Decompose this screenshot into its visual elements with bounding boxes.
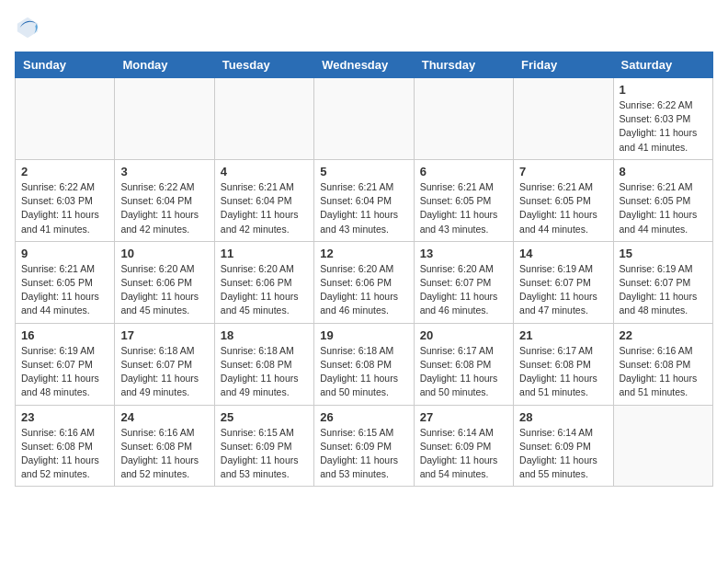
logo bbox=[15, 15, 44, 40]
calendar-cell: 22Sunrise: 6:16 AM Sunset: 6:08 PM Dayli… bbox=[613, 323, 712, 405]
weekday-header-row: SundayMondayTuesdayWednesdayThursdayFrid… bbox=[16, 52, 713, 78]
day-number: 7 bbox=[519, 165, 607, 178]
calendar-cell: 14Sunrise: 6:19 AM Sunset: 6:07 PM Dayli… bbox=[514, 241, 613, 323]
day-info: Sunrise: 6:15 AM Sunset: 6:09 PM Dayligh… bbox=[221, 426, 308, 482]
calendar-cell: 28Sunrise: 6:14 AM Sunset: 6:09 PM Dayli… bbox=[514, 405, 613, 487]
calendar-cell: 5Sunrise: 6:21 AM Sunset: 6:04 PM Daylig… bbox=[314, 159, 414, 241]
calendar-cell bbox=[414, 78, 513, 160]
calendar-cell: 24Sunrise: 6:16 AM Sunset: 6:08 PM Dayli… bbox=[115, 405, 214, 487]
day-number: 14 bbox=[519, 247, 607, 260]
day-info: Sunrise: 6:20 AM Sunset: 6:06 PM Dayligh… bbox=[120, 262, 208, 318]
day-number: 12 bbox=[320, 247, 407, 260]
weekday-header-sunday: Sunday bbox=[16, 52, 115, 78]
calendar-cell: 2Sunrise: 6:22 AM Sunset: 6:03 PM Daylig… bbox=[16, 159, 115, 241]
day-info: Sunrise: 6:19 AM Sunset: 6:07 PM Dayligh… bbox=[21, 344, 108, 400]
day-number: 15 bbox=[620, 247, 707, 260]
calendar-week-row: 16Sunrise: 6:19 AM Sunset: 6:07 PM Dayli… bbox=[16, 323, 713, 405]
day-info: Sunrise: 6:21 AM Sunset: 6:04 PM Dayligh… bbox=[221, 180, 308, 236]
svg-marker-0 bbox=[17, 17, 38, 38]
calendar-cell: 6Sunrise: 6:21 AM Sunset: 6:05 PM Daylig… bbox=[414, 159, 513, 241]
calendar-cell: 16Sunrise: 6:19 AM Sunset: 6:07 PM Dayli… bbox=[16, 323, 115, 405]
calendar-week-row: 2Sunrise: 6:22 AM Sunset: 6:03 PM Daylig… bbox=[16, 159, 713, 241]
day-info: Sunrise: 6:20 AM Sunset: 6:06 PM Dayligh… bbox=[320, 262, 407, 318]
day-info: Sunrise: 6:19 AM Sunset: 6:07 PM Dayligh… bbox=[519, 262, 607, 318]
day-number: 27 bbox=[420, 410, 507, 424]
weekday-header-friday: Friday bbox=[514, 52, 613, 78]
weekday-header-thursday: Thursday bbox=[414, 52, 513, 78]
day-info: Sunrise: 6:19 AM Sunset: 6:07 PM Dayligh… bbox=[620, 262, 707, 318]
calendar-week-row: 9Sunrise: 6:21 AM Sunset: 6:05 PM Daylig… bbox=[16, 241, 713, 323]
calendar-cell: 10Sunrise: 6:20 AM Sunset: 6:06 PM Dayli… bbox=[115, 241, 214, 323]
day-info: Sunrise: 6:18 AM Sunset: 6:07 PM Dayligh… bbox=[120, 344, 208, 400]
calendar-cell: 3Sunrise: 6:22 AM Sunset: 6:04 PM Daylig… bbox=[115, 159, 214, 241]
calendar-cell bbox=[613, 405, 712, 487]
calendar-week-row: 23Sunrise: 6:16 AM Sunset: 6:08 PM Dayli… bbox=[16, 405, 713, 487]
day-number: 5 bbox=[320, 165, 407, 178]
day-number: 9 bbox=[21, 247, 108, 260]
day-number: 28 bbox=[519, 410, 607, 424]
day-info: Sunrise: 6:20 AM Sunset: 6:06 PM Dayligh… bbox=[221, 262, 308, 318]
calendar-cell: 26Sunrise: 6:15 AM Sunset: 6:09 PM Dayli… bbox=[314, 405, 414, 487]
day-info: Sunrise: 6:17 AM Sunset: 6:08 PM Dayligh… bbox=[420, 344, 507, 400]
day-number: 26 bbox=[320, 410, 407, 424]
day-number: 19 bbox=[320, 328, 407, 342]
calendar-cell: 12Sunrise: 6:20 AM Sunset: 6:06 PM Dayli… bbox=[314, 241, 414, 323]
calendar-cell: 25Sunrise: 6:15 AM Sunset: 6:09 PM Dayli… bbox=[214, 405, 313, 487]
day-number: 17 bbox=[120, 328, 208, 342]
day-number: 11 bbox=[221, 247, 308, 260]
calendar-cell: 19Sunrise: 6:18 AM Sunset: 6:08 PM Dayli… bbox=[314, 323, 414, 405]
day-number: 24 bbox=[120, 410, 208, 424]
weekday-header-monday: Monday bbox=[115, 52, 214, 78]
day-number: 18 bbox=[221, 328, 308, 342]
calendar-cell: 21Sunrise: 6:17 AM Sunset: 6:08 PM Dayli… bbox=[514, 323, 613, 405]
day-info: Sunrise: 6:16 AM Sunset: 6:08 PM Dayligh… bbox=[620, 344, 707, 400]
calendar-cell: 8Sunrise: 6:21 AM Sunset: 6:05 PM Daylig… bbox=[613, 159, 712, 241]
day-number: 8 bbox=[620, 165, 707, 178]
day-number: 23 bbox=[21, 410, 108, 424]
day-info: Sunrise: 6:16 AM Sunset: 6:08 PM Dayligh… bbox=[21, 426, 108, 482]
day-number: 2 bbox=[21, 165, 108, 178]
calendar-cell: 27Sunrise: 6:14 AM Sunset: 6:09 PM Dayli… bbox=[414, 405, 513, 487]
calendar-cell: 15Sunrise: 6:19 AM Sunset: 6:07 PM Dayli… bbox=[613, 241, 712, 323]
day-number: 3 bbox=[120, 165, 208, 178]
day-number: 20 bbox=[420, 328, 507, 342]
calendar-cell: 13Sunrise: 6:20 AM Sunset: 6:07 PM Dayli… bbox=[414, 241, 513, 323]
calendar-cell bbox=[214, 78, 313, 160]
day-number: 4 bbox=[221, 165, 308, 178]
day-number: 13 bbox=[420, 247, 507, 260]
weekday-header-tuesday: Tuesday bbox=[214, 52, 313, 78]
day-info: Sunrise: 6:20 AM Sunset: 6:07 PM Dayligh… bbox=[420, 262, 507, 318]
day-number: 25 bbox=[221, 410, 308, 424]
day-info: Sunrise: 6:21 AM Sunset: 6:04 PM Dayligh… bbox=[320, 180, 407, 236]
calendar-cell: 20Sunrise: 6:17 AM Sunset: 6:08 PM Dayli… bbox=[414, 323, 513, 405]
day-number: 22 bbox=[620, 328, 707, 342]
day-info: Sunrise: 6:22 AM Sunset: 6:03 PM Dayligh… bbox=[21, 180, 108, 236]
day-info: Sunrise: 6:17 AM Sunset: 6:08 PM Dayligh… bbox=[519, 344, 607, 400]
day-number: 10 bbox=[120, 247, 208, 260]
day-number: 21 bbox=[519, 328, 607, 342]
day-info: Sunrise: 6:21 AM Sunset: 6:05 PM Dayligh… bbox=[21, 262, 108, 318]
day-info: Sunrise: 6:18 AM Sunset: 6:08 PM Dayligh… bbox=[320, 344, 407, 400]
day-number: 16 bbox=[21, 328, 108, 342]
calendar-table: SundayMondayTuesdayWednesdayThursdayFrid… bbox=[15, 52, 713, 487]
day-info: Sunrise: 6:14 AM Sunset: 6:09 PM Dayligh… bbox=[519, 426, 607, 482]
calendar-cell: 9Sunrise: 6:21 AM Sunset: 6:05 PM Daylig… bbox=[16, 241, 115, 323]
calendar-cell: 17Sunrise: 6:18 AM Sunset: 6:07 PM Dayli… bbox=[115, 323, 214, 405]
calendar-week-row: 1Sunrise: 6:22 AM Sunset: 6:03 PM Daylig… bbox=[16, 78, 713, 160]
calendar-cell: 18Sunrise: 6:18 AM Sunset: 6:08 PM Dayli… bbox=[214, 323, 313, 405]
page-header bbox=[15, 15, 713, 40]
day-info: Sunrise: 6:15 AM Sunset: 6:09 PM Dayligh… bbox=[320, 426, 407, 482]
day-number: 6 bbox=[420, 165, 507, 178]
day-info: Sunrise: 6:21 AM Sunset: 6:05 PM Dayligh… bbox=[519, 180, 607, 236]
day-info: Sunrise: 6:21 AM Sunset: 6:05 PM Dayligh… bbox=[620, 180, 707, 236]
calendar-cell bbox=[314, 78, 414, 160]
calendar-cell bbox=[16, 78, 115, 160]
calendar-cell: 1Sunrise: 6:22 AM Sunset: 6:03 PM Daylig… bbox=[613, 78, 712, 160]
calendar-cell bbox=[115, 78, 214, 160]
calendar-cell bbox=[514, 78, 613, 160]
day-info: Sunrise: 6:22 AM Sunset: 6:03 PM Dayligh… bbox=[620, 98, 707, 155]
day-number: 1 bbox=[620, 83, 707, 97]
weekday-header-wednesday: Wednesday bbox=[314, 52, 414, 78]
calendar-cell: 23Sunrise: 6:16 AM Sunset: 6:08 PM Dayli… bbox=[16, 405, 115, 487]
calendar-cell: 4Sunrise: 6:21 AM Sunset: 6:04 PM Daylig… bbox=[214, 159, 313, 241]
